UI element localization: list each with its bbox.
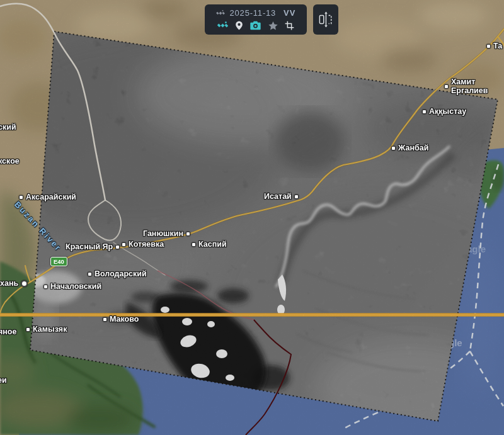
compare-split-button[interactable] [313,4,338,35]
camera-icon [250,21,261,30]
screenshot-button[interactable] [250,21,261,30]
map-canvas: agle gle [0,0,504,435]
satellite-icon [216,9,225,18]
date-value[interactable]: 2025-11-13 [230,8,277,18]
toolbar-action-row [205,20,307,31]
grain-overlay [0,0,504,435]
favorite-button[interactable] [268,21,278,31]
crop-button[interactable] [285,21,294,30]
pin-location-button[interactable] [234,20,244,31]
layer-toolbar: 2025-11-13 VV [205,4,307,35]
polarization-value[interactable]: VV [284,8,295,18]
map-viewport[interactable]: agle gle [0,0,504,435]
location-pin-icon [234,20,244,31]
visualize-button[interactable] [217,20,228,31]
toolbar-info-row: 2025-11-13 VV [205,8,307,18]
satellite-icon [217,20,228,31]
compare-split-icon [319,11,333,28]
crop-icon [285,21,294,30]
star-icon [268,21,278,31]
